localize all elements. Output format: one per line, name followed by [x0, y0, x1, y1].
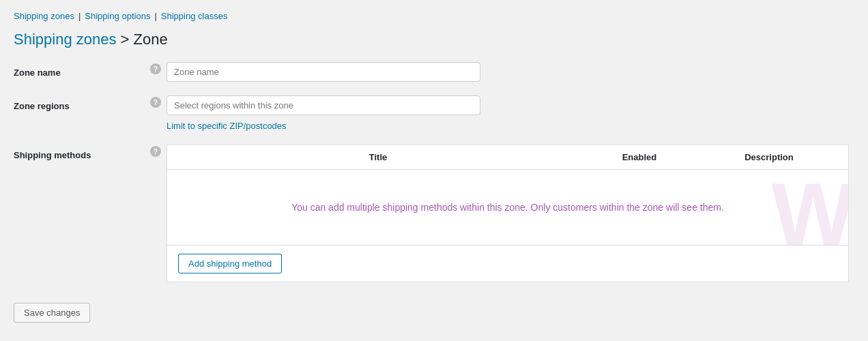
zone-name-input[interactable] — [167, 62, 480, 82]
page-zone-label: Zone — [134, 31, 168, 48]
top-nav: Shipping zones | Shipping options | Ship… — [14, 11, 854, 21]
breadcrumb-link[interactable]: Shipping zones — [14, 31, 116, 48]
save-changes-button[interactable]: Save changes — [14, 303, 90, 323]
zone-name-field-col: ? — [150, 62, 854, 82]
zone-regions-help-icon[interactable]: ? — [150, 97, 161, 108]
zone-name-help-icon[interactable]: ? — [150, 63, 161, 74]
zone-regions-row: Zone regions ? Limit to specific ZIP/pos… — [14, 95, 854, 131]
shipping-methods-label: Shipping methods — [14, 145, 150, 160]
nav-sep-1: | — [78, 11, 81, 21]
col-description: Description — [701, 152, 837, 162]
nav-shipping-options[interactable]: Shipping options — [85, 11, 150, 21]
shipping-methods-help-icon[interactable]: ? — [150, 146, 161, 157]
zone-regions-input[interactable] — [167, 95, 480, 115]
methods-table-header: Title Enabled Description — [167, 145, 848, 170]
methods-table-body: W You can add multiple shipping methods … — [167, 170, 848, 245]
shipping-methods-table: Title Enabled Description W You can add … — [167, 145, 849, 282]
nav-sep-2: | — [154, 11, 156, 21]
methods-table-footer: Add shipping method — [167, 245, 848, 282]
zone-regions-label: Zone regions — [14, 95, 150, 111]
shipping-methods-info: You can add multiple shipping methods wi… — [291, 202, 724, 213]
add-shipping-method-button[interactable]: Add shipping method — [178, 254, 282, 273]
breadcrumb-arrow: > — [121, 31, 134, 48]
col-enabled: Enabled — [578, 152, 701, 162]
shipping-methods-field-col: ? Title Enabled Description W You can ad… — [150, 145, 854, 282]
nav-shipping-zones[interactable]: Shipping zones — [14, 11, 74, 21]
page-title: Shipping zones > Zone — [14, 31, 854, 48]
zone-name-row: Zone name ? — [14, 62, 854, 82]
zip-postcodes-link[interactable]: Limit to specific ZIP/postcodes — [167, 121, 287, 131]
nav-shipping-classes[interactable]: Shipping classes — [161, 11, 228, 21]
col-title: Title — [178, 152, 578, 162]
zone-name-label: Zone name — [14, 62, 150, 78]
zone-regions-field-col: ? Limit to specific ZIP/postcodes — [150, 95, 854, 131]
shipping-methods-row: Shipping methods ? Title Enabled Descrip… — [14, 145, 854, 282]
woo-watermark: W — [771, 170, 848, 245]
